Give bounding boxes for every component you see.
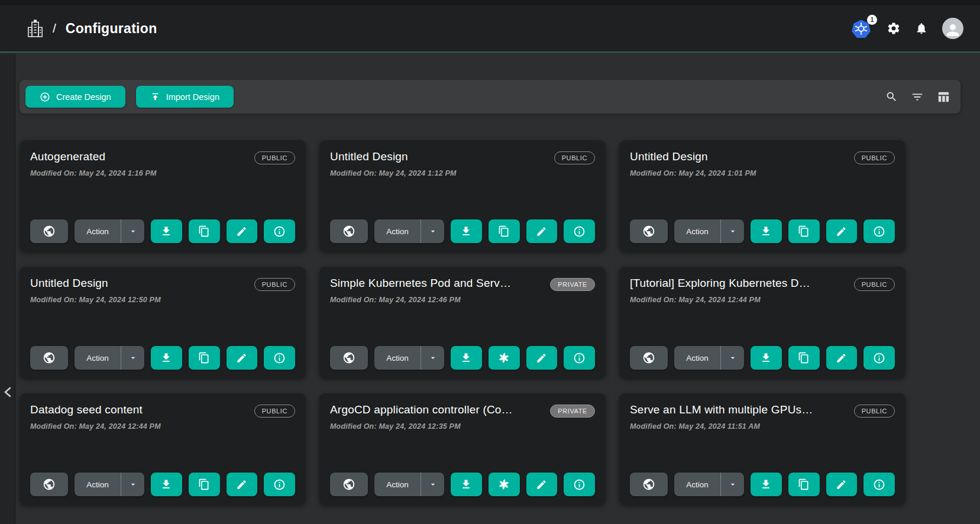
- action-split-button: Action: [374, 346, 444, 370]
- action-dropdown-toggle[interactable]: [720, 346, 744, 370]
- edit-button[interactable]: [826, 346, 858, 370]
- window-top-strip: [0, 0, 980, 5]
- import-design-button[interactable]: Import Design: [136, 86, 234, 108]
- visibility-globe-button[interactable]: [30, 346, 68, 370]
- info-button[interactable]: [264, 219, 295, 243]
- action-button[interactable]: Action: [674, 219, 720, 243]
- edit-button[interactable]: [227, 219, 258, 243]
- action-split-button: Action: [75, 219, 144, 243]
- design-card: Autogenerated PUBLIC Modified On: May 24…: [20, 140, 306, 251]
- action-button[interactable]: Action: [75, 473, 121, 496]
- visibility-globe-button[interactable]: [30, 219, 68, 243]
- table-chart-icon: [937, 90, 950, 103]
- table-view-button[interactable]: [937, 90, 950, 103]
- download-button[interactable]: [451, 346, 482, 370]
- download-button[interactable]: [151, 473, 182, 496]
- filter-button[interactable]: [911, 90, 924, 103]
- action-dropdown-toggle[interactable]: [121, 346, 144, 370]
- visibility-globe-button[interactable]: [630, 219, 668, 243]
- visibility-globe-button[interactable]: [630, 473, 668, 496]
- settings-button[interactable]: [887, 21, 901, 35]
- info-button[interactable]: [863, 346, 895, 370]
- kubernetes-context-button[interactable]: 1: [851, 18, 872, 38]
- create-design-label: Create Design: [56, 92, 111, 102]
- info-icon: [273, 225, 286, 238]
- action-dropdown-toggle[interactable]: [121, 473, 144, 496]
- action-split-button: Action: [75, 346, 144, 370]
- pencil-icon: [836, 479, 847, 490]
- clone-button[interactable]: [189, 473, 220, 496]
- sidebar-collapse-chevron[interactable]: [1, 383, 14, 401]
- clone-button[interactable]: [788, 219, 820, 243]
- action-dropdown-toggle[interactable]: [121, 219, 144, 243]
- notifications-button[interactable]: [915, 21, 928, 35]
- action-button[interactable]: Action: [674, 473, 720, 496]
- info-button[interactable]: [863, 219, 895, 243]
- action-button[interactable]: Action: [374, 473, 421, 496]
- edit-button[interactable]: [526, 346, 558, 370]
- download-button[interactable]: [451, 473, 482, 496]
- chevron-left-icon: [4, 387, 11, 397]
- caret-down-icon: [728, 353, 738, 363]
- action-button[interactable]: Action: [374, 346, 421, 370]
- action-button[interactable]: Action: [75, 219, 121, 243]
- info-button[interactable]: [564, 346, 595, 370]
- action-dropdown-toggle[interactable]: [421, 346, 444, 370]
- visibility-globe-button[interactable]: [330, 346, 368, 370]
- page-title: Configuration: [66, 21, 157, 37]
- download-button[interactable]: [151, 346, 182, 370]
- visibility-globe-button[interactable]: [630, 346, 668, 370]
- clone-button[interactable]: [788, 346, 820, 370]
- info-button[interactable]: [863, 473, 895, 496]
- copy-icon: [198, 225, 210, 237]
- pencil-icon: [536, 352, 547, 364]
- design-swirl-button[interactable]: [489, 346, 520, 370]
- visibility-globe-button[interactable]: [30, 473, 68, 496]
- download-button[interactable]: [751, 346, 782, 370]
- action-button[interactable]: Action: [75, 346, 121, 370]
- clone-button[interactable]: [189, 219, 220, 243]
- download-button[interactable]: [451, 219, 482, 243]
- clone-button[interactable]: [189, 346, 220, 370]
- action-dropdown-toggle[interactable]: [720, 473, 744, 496]
- info-button[interactable]: [264, 346, 295, 370]
- search-button[interactable]: [885, 90, 898, 103]
- download-button[interactable]: [751, 473, 782, 496]
- info-button[interactable]: [264, 473, 295, 496]
- globe-icon: [642, 351, 655, 364]
- info-icon: [873, 352, 885, 364]
- pencil-icon: [236, 352, 247, 364]
- info-button[interactable]: [564, 219, 595, 243]
- edit-button[interactable]: [826, 473, 858, 496]
- download-button[interactable]: [751, 219, 782, 243]
- action-button[interactable]: Action: [674, 346, 720, 370]
- edit-button[interactable]: [227, 346, 258, 370]
- design-title: Autogenerated: [30, 150, 105, 163]
- modified-on-text: Modified On: May 24, 2024 1:16 PM: [30, 169, 295, 177]
- action-button[interactable]: Action: [374, 219, 421, 243]
- design-title: Untitled Design: [630, 150, 708, 163]
- collapsed-sidebar-rail: [0, 54, 15, 524]
- user-avatar[interactable]: [942, 18, 963, 39]
- design-card: Untitled Design PUBLIC Modified On: May …: [20, 267, 306, 378]
- edit-button[interactable]: [227, 473, 258, 496]
- action-dropdown-toggle[interactable]: [421, 473, 444, 496]
- organization-building-icon: [27, 20, 43, 37]
- action-dropdown-toggle[interactable]: [720, 219, 744, 243]
- edit-button[interactable]: [526, 219, 558, 243]
- design-swirl-button[interactable]: [489, 473, 520, 496]
- modified-on-text: Modified On: May 24, 2024 12:46 PM: [330, 296, 595, 304]
- create-design-button[interactable]: Create Design: [25, 86, 125, 108]
- edit-button[interactable]: [826, 219, 858, 243]
- modified-on-text: Modified On: May 24, 2024 11:51 AM: [630, 422, 895, 431]
- download-button[interactable]: [151, 219, 182, 243]
- edit-button[interactable]: [526, 473, 558, 496]
- visibility-globe-button[interactable]: [330, 473, 368, 496]
- clone-button[interactable]: [489, 219, 520, 243]
- visibility-globe-button[interactable]: [330, 219, 368, 243]
- info-button[interactable]: [564, 473, 595, 496]
- modified-on-text: Modified On: May 24, 2024 1:12 PM: [330, 169, 595, 177]
- clone-button[interactable]: [788, 473, 820, 496]
- action-dropdown-toggle[interactable]: [421, 219, 444, 243]
- info-icon: [273, 352, 286, 364]
